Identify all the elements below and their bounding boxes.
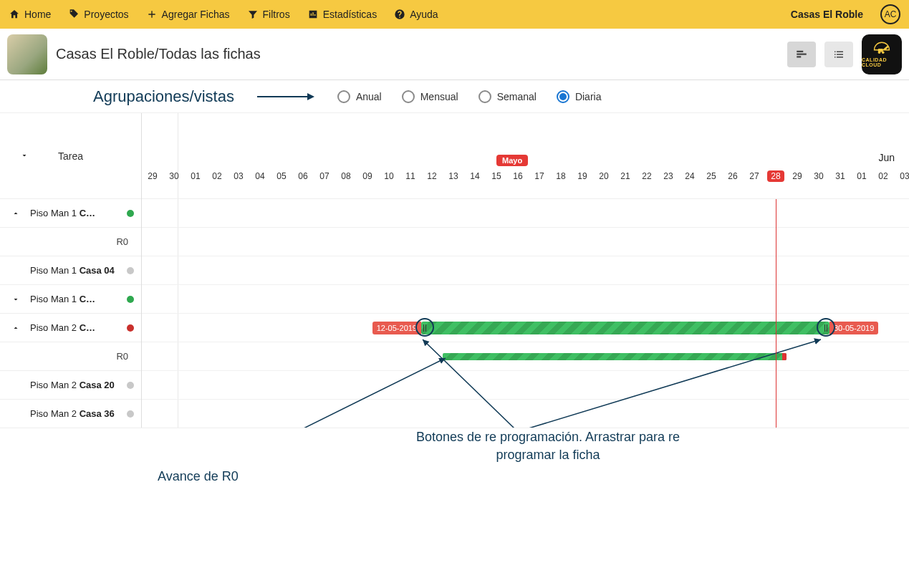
day-cell: 30 bbox=[808, 171, 829, 190]
task-row[interactable]: Piso Man 2 C… bbox=[0, 314, 141, 342]
task-label: Piso Man 2 Casa 36 bbox=[30, 408, 121, 419]
day-cell: 03 bbox=[228, 171, 249, 190]
today-line bbox=[776, 199, 776, 428]
svg-marker-4 bbox=[307, 93, 314, 100]
resize-handle-left[interactable] bbox=[421, 322, 428, 334]
day-cell: 11 bbox=[400, 171, 421, 190]
views-title: Agrupaciones/vistas bbox=[93, 87, 234, 106]
chevron-down-icon[interactable] bbox=[20, 150, 29, 162]
gantt-task-list: Tarea Piso Man 1 C…R0Piso Man 1 Casa 04P… bbox=[0, 113, 142, 428]
views-row: Agrupaciones/vistas Anual Mensual Semana… bbox=[0, 80, 909, 113]
home-icon bbox=[9, 9, 20, 20]
svg-point-2 bbox=[882, 52, 885, 54]
day-cell: 16 bbox=[507, 171, 529, 190]
tag-icon bbox=[68, 9, 80, 20]
nav-stats[interactable]: Estadísticas bbox=[307, 9, 377, 20]
view-gantt-button[interactable] bbox=[787, 42, 816, 67]
resize-handle-right[interactable] bbox=[822, 322, 829, 334]
task-label: Piso Man 1 Casa 04 bbox=[30, 265, 121, 276]
task-row[interactable]: R0 bbox=[0, 228, 141, 256]
nav-stats-label: Estadísticas bbox=[323, 9, 377, 20]
day-cell: 24 bbox=[679, 171, 701, 190]
task-label: Piso Man 1 C… bbox=[30, 294, 121, 304]
status-dot bbox=[127, 210, 134, 217]
radio-weekly[interactable]: Semanal bbox=[478, 90, 537, 103]
gantt-view-icon bbox=[795, 48, 808, 61]
day-cell: 20 bbox=[593, 171, 615, 190]
chevron-up-icon[interactable] bbox=[7, 209, 24, 218]
month-pill: Mayo bbox=[496, 155, 528, 166]
day-cell: 09 bbox=[357, 171, 378, 190]
task-row[interactable]: Piso Man 1 C… bbox=[0, 199, 141, 228]
radio-daily[interactable]: Diaria bbox=[557, 90, 602, 103]
nav-user-name: Casas El Roble bbox=[791, 9, 863, 20]
day-cell: 15 bbox=[486, 171, 507, 190]
day-cell: 17 bbox=[529, 171, 550, 190]
radio-weekly-label: Semanal bbox=[497, 91, 537, 102]
day-cell: 03 bbox=[894, 171, 909, 190]
day-cell: 04 bbox=[249, 171, 271, 190]
stats-icon bbox=[307, 9, 319, 20]
day-cell: 13 bbox=[443, 171, 464, 190]
nav-home[interactable]: Home bbox=[9, 9, 51, 20]
radio-icon bbox=[557, 90, 569, 103]
day-row: 2930010203040506070809101112131415161718… bbox=[142, 171, 909, 190]
day-cell: 02 bbox=[872, 171, 894, 190]
task-label: Piso Man 1 C… bbox=[30, 208, 121, 218]
task-row[interactable]: Piso Man 2 Casa 20 bbox=[0, 371, 141, 400]
status-dot bbox=[127, 296, 134, 303]
nav-add[interactable]: Agregar Fichas bbox=[146, 9, 230, 20]
gantt: Tarea Piso Man 1 C…R0Piso Man 1 Casa 04P… bbox=[0, 113, 909, 428]
day-cell: 27 bbox=[744, 171, 765, 190]
top-navbar: Home Proyectos Agregar Fichas Filtros Es… bbox=[0, 0, 909, 29]
task-row[interactable]: R0 bbox=[0, 342, 141, 371]
nav-help[interactable]: Ayuda bbox=[394, 9, 438, 20]
radio-annual-label: Anual bbox=[356, 91, 382, 102]
task-row[interactable]: Piso Man 1 C… bbox=[0, 285, 141, 314]
day-cell: 12 bbox=[421, 171, 443, 190]
list-view-icon bbox=[832, 48, 845, 61]
day-cell: 08 bbox=[335, 171, 357, 190]
chevron-down-icon[interactable] bbox=[7, 295, 24, 304]
gantt-bar-progress[interactable] bbox=[443, 353, 787, 360]
day-cell: 01 bbox=[185, 171, 206, 190]
gantt-body: 12-05-2019 30-05-2019 bbox=[142, 199, 909, 428]
day-cell: 25 bbox=[701, 171, 722, 190]
view-list-button[interactable] bbox=[824, 42, 853, 67]
radio-annual[interactable]: Anual bbox=[337, 90, 382, 103]
bar-start-date: 12-05-2019 bbox=[372, 322, 421, 334]
nav-filters[interactable]: Filtros bbox=[247, 9, 290, 20]
task-label: Piso Man 2 C… bbox=[30, 322, 121, 333]
task-header-label: Tarea bbox=[58, 150, 83, 162]
radio-monthly-label: Mensual bbox=[420, 91, 458, 102]
task-label: Piso Man 2 Casa 20 bbox=[30, 380, 121, 390]
task-row[interactable]: Piso Man 2 Casa 36 bbox=[0, 400, 141, 428]
gantt-timeline[interactable]: Mayo Jun 2930010203040506070809101112131… bbox=[142, 113, 909, 428]
svg-point-1 bbox=[878, 52, 881, 54]
help-icon bbox=[394, 9, 405, 20]
project-thumb bbox=[7, 34, 47, 74]
day-cell: 30 bbox=[163, 171, 185, 190]
day-cell: 22 bbox=[636, 171, 658, 190]
day-cell: 05 bbox=[271, 171, 292, 190]
day-cell: 29 bbox=[787, 171, 808, 190]
day-cell: 18 bbox=[550, 171, 572, 190]
chevron-up-icon[interactable] bbox=[7, 324, 24, 332]
radio-icon bbox=[478, 90, 491, 103]
task-row[interactable]: Piso Man 1 Casa 04 bbox=[0, 256, 141, 285]
day-cell: 06 bbox=[292, 171, 314, 190]
gantt-bar-main[interactable]: 12-05-2019 30-05-2019 bbox=[421, 322, 829, 334]
day-cell: 14 bbox=[464, 171, 486, 190]
brand-logo-label: CALIDAD CLOUD bbox=[862, 57, 902, 67]
subheader: Casas El Roble/Todas las fichas CALIDAD … bbox=[0, 29, 909, 80]
brand-logo: CALIDAD CLOUD bbox=[862, 34, 902, 74]
radio-daily-label: Diaria bbox=[575, 91, 602, 102]
day-cell: 23 bbox=[658, 171, 679, 190]
avatar[interactable]: AC bbox=[880, 4, 900, 24]
nav-projects[interactable]: Proyectos bbox=[68, 9, 128, 20]
day-cell: 02 bbox=[206, 171, 228, 190]
next-month-label: Jun bbox=[878, 152, 895, 163]
radio-monthly[interactable]: Mensual bbox=[402, 90, 458, 103]
day-cell: 29 bbox=[142, 171, 163, 190]
nav-help-label: Ayuda bbox=[410, 9, 438, 20]
